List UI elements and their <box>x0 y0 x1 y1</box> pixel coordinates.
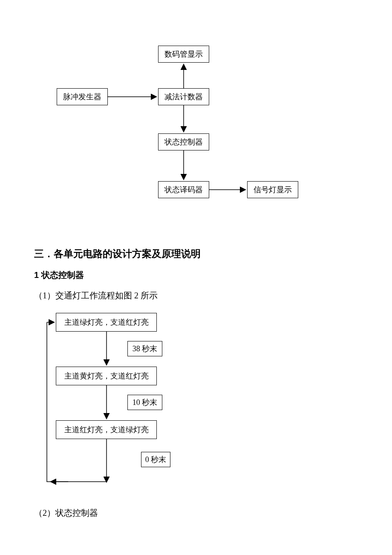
state-2-label: 主道黄灯亮，支道红灯亮 <box>64 371 149 381</box>
time-2-label: 10 秒末 <box>133 397 158 408</box>
subsection-heading: 1 状态控制器 <box>34 269 84 281</box>
state-2: 主道黄灯亮，支道红灯亮 <box>56 367 157 385</box>
state-3-label: 主道红灯亮，支道绿灯亮 <box>64 425 149 435</box>
box-display-label: 数码管显示 <box>164 49 203 59</box>
state-3: 主道红灯亮，支道绿灯亮 <box>56 420 157 439</box>
box-pulse: 脉冲发生器 <box>57 88 108 105</box>
section-heading-text: 三．各单元电路的设计方案及原理说明 <box>34 248 201 259</box>
box-signal-out-label: 信号灯显示 <box>254 185 292 195</box>
time-3: 0 秒末 <box>141 452 170 467</box>
box-counter-label: 减法计数器 <box>164 92 203 102</box>
time-1-label: 38 秒末 <box>133 344 158 354</box>
page-canvas: 数码管显示 脉冲发生器 减法计数器 状态控制器 状态译码器 信号灯显示 三．各单… <box>0 0 392 555</box>
paragraph-1-text: （1）交通灯工作流程如图 2 所示 <box>34 291 158 300</box>
box-state-ctrl-label: 状态控制器 <box>164 137 203 147</box>
time-1: 38 秒末 <box>127 341 162 356</box>
paragraph-2: （2）状态控制器 <box>34 507 98 519</box>
state-1: 主道绿灯亮，支道红灯亮 <box>56 313 157 332</box>
section-heading: 三．各单元电路的设计方案及原理说明 <box>34 247 201 260</box>
box-decoder-label: 状态译码器 <box>164 185 203 195</box>
box-state-ctrl: 状态控制器 <box>158 133 209 150</box>
paragraph-2-text: （2）状态控制器 <box>34 508 98 517</box>
time-2: 10 秒末 <box>127 395 162 410</box>
subsection-heading-text: 1 状态控制器 <box>34 270 84 280</box>
box-counter: 减法计数器 <box>158 88 209 105</box>
state-1-label: 主道绿灯亮，支道红灯亮 <box>64 317 149 327</box>
box-display: 数码管显示 <box>158 46 209 63</box>
box-signal-out: 信号灯显示 <box>247 181 298 198</box>
paragraph-1: （1）交通灯工作流程如图 2 所示 <box>34 290 158 301</box>
box-pulse-label: 脉冲发生器 <box>63 92 101 102</box>
time-3-label: 0 秒末 <box>145 454 167 465</box>
box-decoder: 状态译码器 <box>158 181 209 198</box>
